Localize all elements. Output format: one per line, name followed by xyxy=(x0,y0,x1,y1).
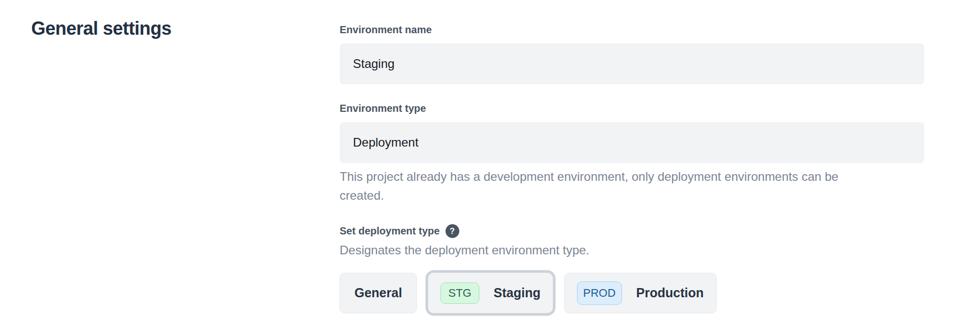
environment-name-input[interactable] xyxy=(340,43,924,84)
stg-badge: STG xyxy=(440,282,479,304)
option-staging-label: Staging xyxy=(494,286,541,300)
deployment-type-label: Set deployment type xyxy=(340,225,440,237)
page-title: General settings xyxy=(31,17,340,40)
prod-badge: PROD xyxy=(577,281,622,305)
settings-form: Environment name Environment type This p… xyxy=(340,0,924,316)
settings-header-column: General settings xyxy=(0,0,340,316)
environment-type-field: Environment type This project already ha… xyxy=(340,102,924,205)
environment-type-input[interactable] xyxy=(340,122,924,163)
settings-page: General settings Environment name Enviro… xyxy=(0,0,980,316)
deployment-type-options: General STG Staging PROD Production xyxy=(340,270,924,316)
question-mark-icon[interactable]: ? xyxy=(446,224,459,238)
environment-type-label: Environment type xyxy=(340,102,924,115)
environment-name-field: Environment name xyxy=(340,23,924,84)
option-general-label: General xyxy=(354,286,402,300)
option-production-label: Production xyxy=(636,286,704,300)
helper-text-line1: This project already has a development e… xyxy=(340,167,924,186)
deployment-type-label-row: Set deployment type ? xyxy=(340,224,924,238)
environment-name-label: Environment name xyxy=(340,23,924,36)
deployment-type-section: Set deployment type ? Designates the dep… xyxy=(340,224,924,316)
option-production-button[interactable]: PROD Production xyxy=(564,273,717,313)
deployment-type-description: Designates the deployment environment ty… xyxy=(340,243,924,258)
helper-text-line2: created. xyxy=(340,186,924,205)
option-general-button[interactable]: General xyxy=(340,273,417,313)
environment-type-helper-text: This project already has a development e… xyxy=(340,167,924,205)
option-staging-button[interactable]: STG Staging xyxy=(426,270,555,316)
